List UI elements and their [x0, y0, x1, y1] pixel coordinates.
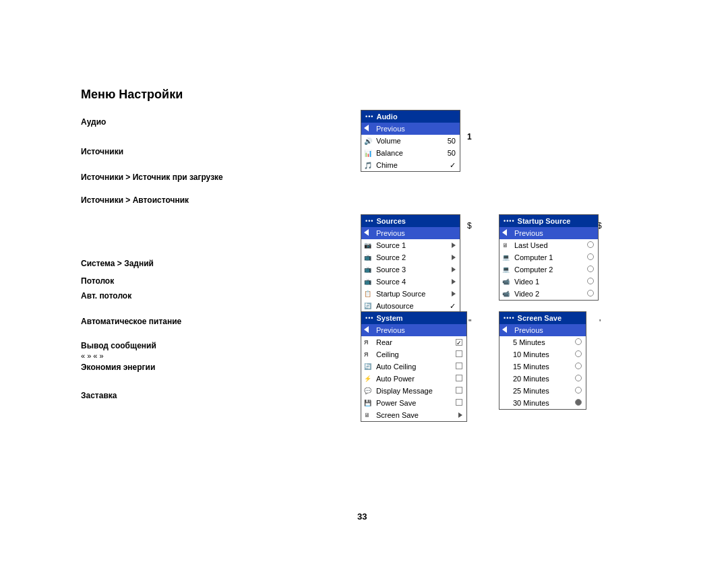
sources-source3-row[interactable]: 📺 Source 3	[361, 263, 460, 276]
startup-comp2-icon: 💻	[502, 266, 513, 273]
system-autopower-check	[456, 375, 464, 383]
system-autoceiling-row[interactable]: 🔄 Auto Ceiling	[361, 361, 466, 373]
label-system-rear: Система > Задний	[81, 259, 154, 268]
sources-header-dots: •••	[365, 218, 373, 224]
system-rear-label: Rear	[375, 338, 456, 346]
screensave-5min-row[interactable]: 5 Minutes	[499, 336, 586, 348]
audio-volume-label: Volume	[375, 137, 448, 145]
system-rear-icon: Я	[364, 339, 375, 346]
system-quote: "	[468, 318, 471, 327]
system-autopower-row[interactable]: ⚡ Auto Power	[361, 373, 466, 385]
screensave-15min-row[interactable]: 15 Minutes	[499, 361, 586, 373]
sources-src3-arrow	[452, 266, 457, 274]
sources-startup-row[interactable]: 📋 Startup Source	[361, 288, 460, 300]
sources-autosource-label: Autosource	[375, 302, 450, 310]
sources-startup-label: Startup Source	[375, 290, 452, 298]
screensave-20min-label: 20 Minutes	[502, 375, 575, 383]
system-ceiling-icon: Я	[364, 351, 375, 358]
startup-lastused-row[interactable]: 🖥 Last Used	[499, 239, 598, 251]
system-menu: ••• System Previous Я Rear ✓ Я Ceiling 🔄…	[361, 311, 467, 422]
startup-header-dots: ••••	[504, 218, 515, 224]
system-powersave-label: Power Save	[375, 399, 456, 407]
sources-autosource-icon: 🔄	[364, 303, 375, 309]
system-autopower-label: Auto Power	[375, 375, 456, 383]
sources-src1-icon: 📷	[364, 242, 375, 249]
screensave-30min-label: 30 Minutes	[502, 399, 575, 407]
audio-chime-icon: 🎵	[364, 162, 375, 169]
audio-volume-row[interactable]: 🔊 Volume 50	[361, 135, 460, 147]
screensave-10min-radio	[575, 350, 583, 358]
startup-computer2-row[interactable]: 💻 Computer 2	[499, 263, 598, 276]
system-screensave-label: Screen Save	[375, 411, 458, 419]
label-quotes: « » « »	[81, 352, 104, 360]
sources-source2-row[interactable]: 📺 Source 2	[361, 251, 460, 263]
screensave-5min-radio	[575, 338, 583, 346]
screensave-25min-radio	[575, 387, 583, 395]
system-previous-label: Previous	[375, 326, 464, 334]
startup-computer1-row[interactable]: 💻 Computer 1	[499, 251, 598, 263]
system-screensave-arrow	[458, 411, 464, 419]
sources-src4-icon: 📺	[364, 278, 375, 285]
screensave-10min-row[interactable]: 10 Minutes	[499, 348, 586, 361]
screensave-25min-row[interactable]: 25 Minutes	[499, 385, 586, 397]
audio-header-label: Audio	[376, 113, 397, 121]
startup-video1-row[interactable]: 📹 Video 1	[499, 276, 598, 288]
startup-menu-header: •••• Startup Source	[499, 215, 598, 227]
sources-menu: ••• Sources Previous 📷 Source 1 📺 Source…	[361, 214, 460, 313]
startup-video2-row[interactable]: 📹 Video 2	[499, 288, 598, 300]
sources-src4-arrow	[452, 278, 457, 286]
audio-prev-arrow-icon	[364, 125, 375, 133]
system-previous-row[interactable]: Previous	[361, 324, 466, 336]
system-rear-row[interactable]: Я Rear ✓	[361, 336, 466, 348]
screensave-previous-label: Previous	[513, 326, 583, 334]
system-ceiling-row[interactable]: Я Ceiling	[361, 348, 466, 361]
screensave-15min-label: 15 Minutes	[502, 363, 575, 371]
audio-menu: ••• Audio Previous 🔊 Volume 50 📊 Balance…	[361, 110, 460, 172]
system-displaymsg-label: Display Message	[375, 387, 456, 395]
audio-volume-icon: 🔊	[364, 137, 375, 145]
screensave-20min-row[interactable]: 20 Minutes	[499, 373, 586, 385]
system-displaymsg-icon: 💬	[364, 387, 375, 394]
screensave-30min-row[interactable]: 30 Minutes	[499, 397, 586, 409]
sources-previous-label: Previous	[375, 229, 457, 237]
label-audio: Аудио	[81, 117, 106, 127]
startup-comp1-radio	[587, 253, 595, 261]
screensave-30min-radio	[575, 399, 583, 407]
label-autosource: Источники > Автоисточник	[81, 195, 189, 205]
label-auto-power: Автоматическое питание	[81, 317, 181, 326]
screensave-previous-row[interactable]: Previous	[499, 324, 586, 336]
system-displaymsg-check	[456, 387, 464, 395]
system-menu-header: ••• System	[361, 312, 466, 324]
audio-header-dots: •••	[365, 113, 373, 120]
system-powersave-row[interactable]: 💾 Power Save	[361, 397, 466, 409]
system-powersave-icon: 💾	[364, 400, 375, 406]
screen-save-menu: •••• Screen Save Previous 5 Minutes 10 M…	[499, 311, 586, 410]
system-displaymsg-row[interactable]: 💬 Display Message	[361, 385, 466, 397]
page-title: Меню Настройки	[81, 88, 183, 102]
system-header-dots: •••	[365, 315, 373, 321]
audio-chime-row[interactable]: 🎵 Chime ✓	[361, 159, 460, 171]
audio-chime-label: Chime	[375, 161, 450, 169]
sources-src2-icon: 📺	[364, 254, 375, 261]
startup-vid1-icon: 📹	[502, 278, 513, 285]
startup-lastused-radio	[587, 241, 595, 249]
label-display-msg: Вывод сообщений	[81, 341, 156, 350]
screensave-15min-radio	[575, 363, 583, 371]
screensave-quote: '	[599, 318, 601, 327]
sources-autosource-row[interactable]: 🔄 Autosource ✓	[361, 300, 460, 312]
sources-source4-row[interactable]: 📺 Source 4	[361, 276, 460, 288]
system-screensave-row[interactable]: 🖥 Screen Save	[361, 409, 466, 421]
system-powersave-check	[456, 399, 464, 407]
system-autoceiling-icon: 🔄	[364, 363, 375, 370]
startup-previous-row[interactable]: Previous	[499, 227, 598, 239]
startup-comp2-radio	[587, 266, 595, 274]
startup-lastused-label: Last Used	[513, 241, 587, 249]
audio-previous-row[interactable]: Previous	[361, 123, 460, 135]
audio-balance-row[interactable]: 📊 Balance 50	[361, 147, 460, 159]
sources-previous-row[interactable]: Previous	[361, 227, 460, 239]
audio-balance-label: Balance	[375, 149, 448, 157]
label-auto-ceiling: Авт. потолок	[81, 291, 131, 301]
startup-source-menu: •••• Startup Source Previous 🖥 Last Used…	[499, 214, 599, 301]
system-header-label: System	[376, 314, 402, 322]
sources-source1-row[interactable]: 📷 Source 1	[361, 239, 460, 251]
